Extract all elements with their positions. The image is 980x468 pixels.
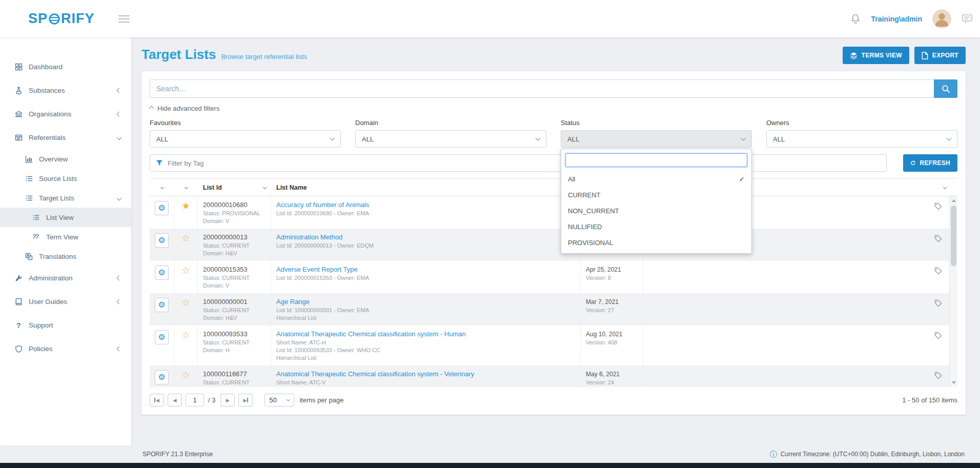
list-name-link[interactable]: Anatomical Therapeutic Chemical classifi… xyxy=(276,331,575,338)
favourite-star-icon[interactable]: ☆ xyxy=(181,370,190,380)
favourite-star-icon[interactable]: ☆ xyxy=(181,266,190,275)
filter-group-owners: Owners ALL xyxy=(766,119,957,148)
chat-icon[interactable] xyxy=(962,13,973,24)
column-header-list-id[interactable]: List Id xyxy=(198,179,271,196)
translate-icon xyxy=(25,252,33,260)
row-settings-button[interactable]: ⚙ xyxy=(155,233,169,248)
gear-icon: ⚙ xyxy=(158,236,165,245)
sidebar-item-target-lists[interactable]: Target Lists xyxy=(0,188,131,208)
sidebar-item-organisations[interactable]: Organisations xyxy=(0,102,131,126)
referentials-icon xyxy=(14,133,23,141)
sidebar-item-overview[interactable]: Overview xyxy=(0,149,131,169)
favourite-star-icon[interactable]: ★ xyxy=(181,201,190,211)
list-name-link[interactable]: Administration Method xyxy=(276,234,575,241)
chevron-down-icon xyxy=(263,186,267,189)
advanced-filters-toggle[interactable]: Hide advanced filters xyxy=(150,105,219,112)
column-header-settings[interactable] xyxy=(150,179,174,196)
tag-icon[interactable] xyxy=(934,372,942,381)
avatar[interactable] xyxy=(932,9,951,28)
status-option-all[interactable]: All ✓ xyxy=(561,171,751,187)
check-icon: ✓ xyxy=(739,175,745,183)
domain-select[interactable]: ALL xyxy=(355,130,546,148)
sidebar-item-substances[interactable]: Substances xyxy=(0,78,131,102)
list-name-link[interactable]: Anatomical Therapeutic Chemical classifi… xyxy=(276,371,575,378)
refresh-icon xyxy=(910,159,916,167)
list-name-link[interactable]: Age Range xyxy=(276,298,575,306)
status-dropdown-search-input[interactable] xyxy=(565,153,747,167)
favourite-star-icon[interactable]: ☆ xyxy=(181,330,190,340)
list-hierarchical: Hierarchical List xyxy=(276,315,575,321)
terms-view-button[interactable]: TERMS VIEW xyxy=(843,47,909,64)
export-button[interactable]: EXPORT xyxy=(914,47,966,64)
column-header-list-name[interactable]: List Name xyxy=(271,179,581,196)
user-menu[interactable]: Training\admin xyxy=(871,15,922,23)
list-hierarchical: Hierarchical List xyxy=(276,355,575,361)
tag-icon[interactable] xyxy=(934,332,942,341)
column-header-favourite[interactable] xyxy=(174,179,198,196)
previous-page-button[interactable]: ◀ xyxy=(168,394,182,406)
first-page-button[interactable]: ◀ xyxy=(150,394,164,406)
last-page-button[interactable]: ▶ xyxy=(238,394,253,406)
list-version: Version: 24 xyxy=(586,379,638,385)
top-bar: SP RIFY Training\admin xyxy=(0,0,980,37)
favourites-select[interactable]: ALL xyxy=(150,130,341,148)
filter-by-tag-input[interactable]: Filter by Tag xyxy=(150,154,887,172)
quote-icon xyxy=(32,233,40,241)
status-select[interactable]: ALL xyxy=(561,130,752,148)
refresh-button[interactable]: REFRESH xyxy=(903,154,957,172)
row-settings-button[interactable]: ⚙ xyxy=(155,298,169,312)
row-settings-button[interactable]: ⚙ xyxy=(155,370,169,384)
favourite-star-icon[interactable]: ☆ xyxy=(181,298,190,308)
sidebar-item-support[interactable]: ? Support xyxy=(0,313,131,337)
list-name-link[interactable]: Accuracy of Number of Animals xyxy=(276,201,575,209)
row-settings-button[interactable]: ⚙ xyxy=(155,330,169,344)
sidebar-item-dashboard[interactable]: Dashboard xyxy=(0,55,131,78)
items-per-page-label: items per page xyxy=(299,396,343,404)
chevron-down-icon xyxy=(117,195,122,200)
target-lists-card: Hide advanced filters Favourites ALL Dom… xyxy=(141,71,966,415)
sporify-logo[interactable]: SP RIFY xyxy=(28,11,95,27)
scroll-up-arrow[interactable] xyxy=(952,199,956,202)
list-status: Status: CURRENT xyxy=(203,339,266,345)
sidebar-item-term-view[interactable]: Term View xyxy=(0,227,131,247)
sidebar-item-referentials[interactable]: Referentials xyxy=(0,126,131,149)
sidebar-item-translations[interactable]: Translations xyxy=(0,247,131,266)
page-size-select[interactable]: 50 xyxy=(264,394,294,406)
list-domain: Domain: H xyxy=(203,347,266,353)
row-settings-button[interactable]: ⚙ xyxy=(155,201,169,215)
logo-text-prefix: SP xyxy=(28,11,48,27)
sidebar-item-administration[interactable]: Administration xyxy=(0,266,131,290)
page-number-input[interactable] xyxy=(186,394,204,406)
scrollbar-thumb[interactable] xyxy=(951,206,956,266)
chevron-down-icon xyxy=(160,186,164,189)
sidebar-item-policies[interactable]: Policies xyxy=(0,337,131,360)
search-button[interactable] xyxy=(934,79,957,98)
tag-icon[interactable] xyxy=(934,299,942,309)
sidebar-item-user-guides[interactable]: User Guides xyxy=(0,290,131,313)
tag-icon[interactable] xyxy=(934,267,942,276)
tag-icon[interactable] xyxy=(934,202,942,212)
sidebar-item-list-view[interactable]: List View xyxy=(0,208,131,227)
list-id: 100000093533 xyxy=(203,331,266,338)
status-option-provisional[interactable]: PROVISIONAL xyxy=(561,235,751,251)
table-scrollbar xyxy=(949,196,957,387)
favourite-star-icon[interactable]: ☆ xyxy=(181,233,190,243)
list-name-link[interactable]: Adverse Event Report Type xyxy=(276,266,575,273)
search-input[interactable] xyxy=(150,79,934,98)
status-option-non-current[interactable]: NON_CURRENT xyxy=(561,203,751,219)
wrench-icon xyxy=(14,274,23,282)
scroll-down-arrow[interactable] xyxy=(952,381,956,384)
list-meta: List Id: 200000015353 - Owner: EMA xyxy=(276,275,575,281)
status-option-current[interactable]: CURRENT xyxy=(561,187,751,203)
tag-icon[interactable] xyxy=(934,235,942,244)
bottom-bar xyxy=(0,463,980,468)
next-page-button[interactable]: ▶ xyxy=(220,394,235,406)
list-date: Mar 7, 2021 xyxy=(586,298,638,306)
row-settings-button[interactable]: ⚙ xyxy=(155,266,169,280)
sidebar-item-source-lists[interactable]: Source Lists xyxy=(0,169,131,188)
menu-toggle-icon[interactable] xyxy=(115,12,133,26)
status-option-nullified[interactable]: NULLIFIED xyxy=(561,219,751,235)
owners-select[interactable]: ALL xyxy=(766,130,957,148)
status-dropdown-panel: All ✓ CURRENT NON_CURRENT NULLIFIED xyxy=(561,149,752,254)
bell-icon[interactable] xyxy=(850,13,861,24)
